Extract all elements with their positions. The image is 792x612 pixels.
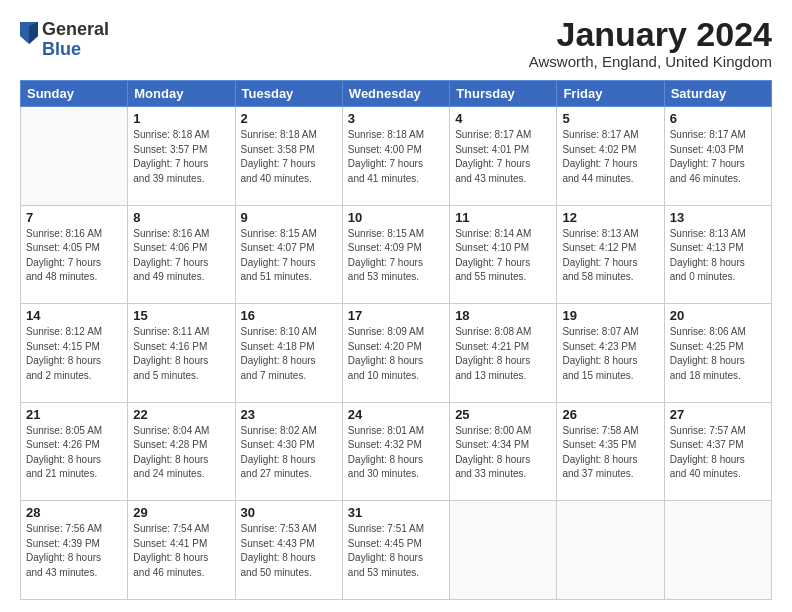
day-number: 11 bbox=[455, 210, 551, 225]
day-number: 21 bbox=[26, 407, 122, 422]
calendar-cell: 6Sunrise: 8:17 AMSunset: 4:03 PMDaylight… bbox=[664, 107, 771, 206]
day-info: Sunrise: 7:51 AMSunset: 4:45 PMDaylight:… bbox=[348, 522, 444, 580]
day-info: Sunrise: 8:15 AMSunset: 4:09 PMDaylight:… bbox=[348, 227, 444, 285]
day-number: 10 bbox=[348, 210, 444, 225]
calendar-cell: 9Sunrise: 8:15 AMSunset: 4:07 PMDaylight… bbox=[235, 205, 342, 304]
calendar-cell: 2Sunrise: 8:18 AMSunset: 3:58 PMDaylight… bbox=[235, 107, 342, 206]
calendar-cell: 22Sunrise: 8:04 AMSunset: 4:28 PMDayligh… bbox=[128, 402, 235, 501]
day-info: Sunrise: 8:17 AMSunset: 4:03 PMDaylight:… bbox=[670, 128, 766, 186]
day-info: Sunrise: 8:07 AMSunset: 4:23 PMDaylight:… bbox=[562, 325, 658, 383]
calendar-cell: 28Sunrise: 7:56 AMSunset: 4:39 PMDayligh… bbox=[21, 501, 128, 600]
logo-icon bbox=[20, 22, 38, 44]
location: Awsworth, England, United Kingdom bbox=[529, 53, 772, 70]
day-info: Sunrise: 8:11 AMSunset: 4:16 PMDaylight:… bbox=[133, 325, 229, 383]
calendar-cell: 8Sunrise: 8:16 AMSunset: 4:06 PMDaylight… bbox=[128, 205, 235, 304]
calendar-header-monday: Monday bbox=[128, 81, 235, 107]
day-number: 29 bbox=[133, 505, 229, 520]
day-info: Sunrise: 8:13 AMSunset: 4:12 PMDaylight:… bbox=[562, 227, 658, 285]
month-title: January 2024 bbox=[529, 16, 772, 53]
calendar-cell bbox=[664, 501, 771, 600]
calendar-cell: 11Sunrise: 8:14 AMSunset: 4:10 PMDayligh… bbox=[450, 205, 557, 304]
day-number: 25 bbox=[455, 407, 551, 422]
day-number: 28 bbox=[26, 505, 122, 520]
calendar-cell: 17Sunrise: 8:09 AMSunset: 4:20 PMDayligh… bbox=[342, 304, 449, 403]
day-info: Sunrise: 7:53 AMSunset: 4:43 PMDaylight:… bbox=[241, 522, 337, 580]
calendar-cell: 25Sunrise: 8:00 AMSunset: 4:34 PMDayligh… bbox=[450, 402, 557, 501]
day-number: 17 bbox=[348, 308, 444, 323]
day-number: 27 bbox=[670, 407, 766, 422]
calendar-cell: 1Sunrise: 8:18 AMSunset: 3:57 PMDaylight… bbox=[128, 107, 235, 206]
day-info: Sunrise: 8:14 AMSunset: 4:10 PMDaylight:… bbox=[455, 227, 551, 285]
day-info: Sunrise: 8:18 AMSunset: 3:58 PMDaylight:… bbox=[241, 128, 337, 186]
calendar-week-row: 28Sunrise: 7:56 AMSunset: 4:39 PMDayligh… bbox=[21, 501, 772, 600]
logo-blue-text: Blue bbox=[42, 40, 109, 60]
day-number: 19 bbox=[562, 308, 658, 323]
day-info: Sunrise: 8:18 AMSunset: 4:00 PMDaylight:… bbox=[348, 128, 444, 186]
day-info: Sunrise: 8:16 AMSunset: 4:05 PMDaylight:… bbox=[26, 227, 122, 285]
logo: General Blue bbox=[20, 20, 109, 60]
calendar-cell: 14Sunrise: 8:12 AMSunset: 4:15 PMDayligh… bbox=[21, 304, 128, 403]
calendar-cell: 3Sunrise: 8:18 AMSunset: 4:00 PMDaylight… bbox=[342, 107, 449, 206]
calendar-cell: 19Sunrise: 8:07 AMSunset: 4:23 PMDayligh… bbox=[557, 304, 664, 403]
day-info: Sunrise: 8:06 AMSunset: 4:25 PMDaylight:… bbox=[670, 325, 766, 383]
day-number: 18 bbox=[455, 308, 551, 323]
day-info: Sunrise: 8:13 AMSunset: 4:13 PMDaylight:… bbox=[670, 227, 766, 285]
day-number: 23 bbox=[241, 407, 337, 422]
day-number: 14 bbox=[26, 308, 122, 323]
day-number: 4 bbox=[455, 111, 551, 126]
day-number: 20 bbox=[670, 308, 766, 323]
day-info: Sunrise: 8:16 AMSunset: 4:06 PMDaylight:… bbox=[133, 227, 229, 285]
calendar-week-row: 14Sunrise: 8:12 AMSunset: 4:15 PMDayligh… bbox=[21, 304, 772, 403]
calendar-cell: 18Sunrise: 8:08 AMSunset: 4:21 PMDayligh… bbox=[450, 304, 557, 403]
calendar-header-wednesday: Wednesday bbox=[342, 81, 449, 107]
calendar-cell: 29Sunrise: 7:54 AMSunset: 4:41 PMDayligh… bbox=[128, 501, 235, 600]
day-info: Sunrise: 8:04 AMSunset: 4:28 PMDaylight:… bbox=[133, 424, 229, 482]
day-info: Sunrise: 7:54 AMSunset: 4:41 PMDaylight:… bbox=[133, 522, 229, 580]
calendar-cell: 12Sunrise: 8:13 AMSunset: 4:12 PMDayligh… bbox=[557, 205, 664, 304]
title-section: January 2024 Awsworth, England, United K… bbox=[529, 16, 772, 70]
day-number: 2 bbox=[241, 111, 337, 126]
day-info: Sunrise: 8:15 AMSunset: 4:07 PMDaylight:… bbox=[241, 227, 337, 285]
calendar-cell: 21Sunrise: 8:05 AMSunset: 4:26 PMDayligh… bbox=[21, 402, 128, 501]
day-info: Sunrise: 8:00 AMSunset: 4:34 PMDaylight:… bbox=[455, 424, 551, 482]
day-info: Sunrise: 7:58 AMSunset: 4:35 PMDaylight:… bbox=[562, 424, 658, 482]
day-number: 16 bbox=[241, 308, 337, 323]
calendar-week-row: 7Sunrise: 8:16 AMSunset: 4:05 PMDaylight… bbox=[21, 205, 772, 304]
day-number: 5 bbox=[562, 111, 658, 126]
logo-general-text: General bbox=[42, 20, 109, 40]
calendar-cell: 13Sunrise: 8:13 AMSunset: 4:13 PMDayligh… bbox=[664, 205, 771, 304]
calendar-cell: 4Sunrise: 8:17 AMSunset: 4:01 PMDaylight… bbox=[450, 107, 557, 206]
calendar-header-friday: Friday bbox=[557, 81, 664, 107]
calendar-cell: 15Sunrise: 8:11 AMSunset: 4:16 PMDayligh… bbox=[128, 304, 235, 403]
calendar-header-sunday: Sunday bbox=[21, 81, 128, 107]
day-info: Sunrise: 8:17 AMSunset: 4:02 PMDaylight:… bbox=[562, 128, 658, 186]
day-number: 7 bbox=[26, 210, 122, 225]
day-number: 3 bbox=[348, 111, 444, 126]
calendar-header-saturday: Saturday bbox=[664, 81, 771, 107]
calendar-cell bbox=[21, 107, 128, 206]
calendar-cell: 7Sunrise: 8:16 AMSunset: 4:05 PMDaylight… bbox=[21, 205, 128, 304]
day-info: Sunrise: 7:56 AMSunset: 4:39 PMDaylight:… bbox=[26, 522, 122, 580]
day-info: Sunrise: 8:18 AMSunset: 3:57 PMDaylight:… bbox=[133, 128, 229, 186]
calendar-cell bbox=[450, 501, 557, 600]
calendar-table: SundayMondayTuesdayWednesdayThursdayFrid… bbox=[20, 80, 772, 600]
calendar-cell bbox=[557, 501, 664, 600]
day-info: Sunrise: 8:12 AMSunset: 4:15 PMDaylight:… bbox=[26, 325, 122, 383]
day-info: Sunrise: 8:17 AMSunset: 4:01 PMDaylight:… bbox=[455, 128, 551, 186]
day-info: Sunrise: 8:02 AMSunset: 4:30 PMDaylight:… bbox=[241, 424, 337, 482]
calendar-cell: 26Sunrise: 7:58 AMSunset: 4:35 PMDayligh… bbox=[557, 402, 664, 501]
calendar-cell: 20Sunrise: 8:06 AMSunset: 4:25 PMDayligh… bbox=[664, 304, 771, 403]
day-number: 30 bbox=[241, 505, 337, 520]
calendar-week-row: 1Sunrise: 8:18 AMSunset: 3:57 PMDaylight… bbox=[21, 107, 772, 206]
calendar-cell: 10Sunrise: 8:15 AMSunset: 4:09 PMDayligh… bbox=[342, 205, 449, 304]
calendar-cell: 30Sunrise: 7:53 AMSunset: 4:43 PMDayligh… bbox=[235, 501, 342, 600]
page: General Blue January 2024 Awsworth, Engl… bbox=[0, 0, 792, 612]
day-info: Sunrise: 8:09 AMSunset: 4:20 PMDaylight:… bbox=[348, 325, 444, 383]
calendar-cell: 16Sunrise: 8:10 AMSunset: 4:18 PMDayligh… bbox=[235, 304, 342, 403]
day-number: 15 bbox=[133, 308, 229, 323]
calendar-cell: 27Sunrise: 7:57 AMSunset: 4:37 PMDayligh… bbox=[664, 402, 771, 501]
day-number: 24 bbox=[348, 407, 444, 422]
logo-text: General Blue bbox=[42, 20, 109, 60]
calendar-week-row: 21Sunrise: 8:05 AMSunset: 4:26 PMDayligh… bbox=[21, 402, 772, 501]
calendar-header-row: SundayMondayTuesdayWednesdayThursdayFrid… bbox=[21, 81, 772, 107]
